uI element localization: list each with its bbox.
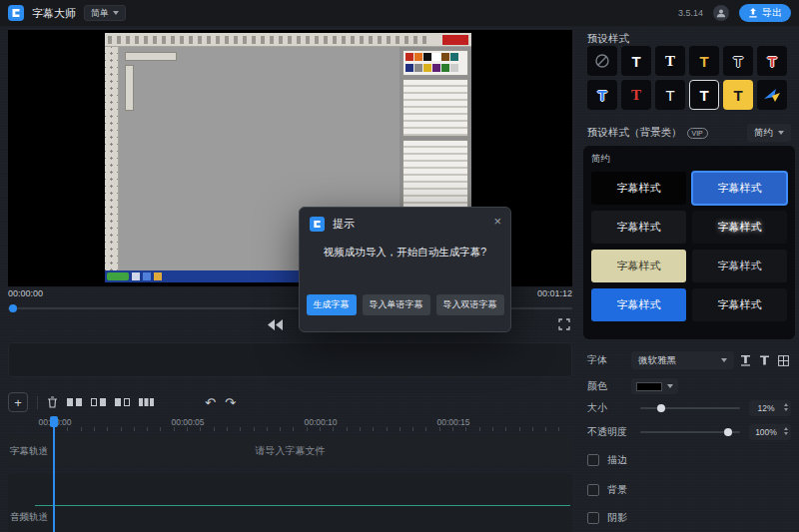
style-card[interactable]: 字幕样式 <box>591 288 686 321</box>
close-icon[interactable] <box>493 215 501 228</box>
presets-title: 预设样式 <box>587 32 629 46</box>
generate-subtitles-button[interactable]: 生成字幕 <box>307 294 357 315</box>
seek-handle[interactable] <box>9 304 17 312</box>
clip-batch-icon[interactable] <box>139 397 154 407</box>
style-card[interactable]: 字幕样式 <box>692 172 787 205</box>
text-t-underline-icon[interactable] <box>738 353 753 368</box>
style-section-title: 简约 <box>591 153 787 166</box>
preset-style[interactable]: T <box>655 80 685 110</box>
preset-grid: T T T T T T T T T T <box>587 46 787 110</box>
outline-checkbox-row[interactable]: 描边 <box>587 453 627 467</box>
preset-style[interactable]: T <box>587 80 617 110</box>
size-slider-knob[interactable] <box>657 404 665 412</box>
dialog-title: 提示 <box>333 217 355 232</box>
shadow-checkbox-row[interactable]: 阴影 <box>587 511 627 525</box>
clip-split-icon[interactable] <box>67 397 82 407</box>
color-dropdown[interactable] <box>631 378 678 394</box>
export-icon <box>748 8 758 18</box>
subtitle-preview-strip <box>8 342 572 377</box>
bg-presets-title: 预设样式（背景类） <box>587 126 682 140</box>
timeline-ruler[interactable]: 00:00:00 00:00:05 00:00:10 00:00:15 <box>8 416 572 432</box>
style-card-label: 字幕样式 <box>718 259 762 273</box>
vip-badge: VIP <box>687 128 708 139</box>
style-cards: 字幕样式 字幕样式 字幕样式 字幕样式 字幕样式 字幕样式 字幕样式 字幕样式 <box>591 172 787 321</box>
style-panel: 预设样式 T T T T T T T T T T 预设样式（背景类） VIP 简… <box>579 26 799 532</box>
background-checkbox[interactable] <box>587 484 599 496</box>
playhead[interactable] <box>53 416 55 532</box>
screenshot-start-button <box>107 272 129 280</box>
ruler-time-label: 00:00:15 <box>436 417 469 427</box>
style-card[interactable]: 字幕样式 <box>591 172 686 205</box>
import-dual-subtitles-button[interactable]: 导入双语字幕 <box>436 294 504 315</box>
app-title: 字幕大师 <box>32 6 76 21</box>
style-card-label: 字幕样式 <box>617 297 661 312</box>
tip-dialog: 提示 视频成功导入，开始自动生成字幕? 生成字幕 导入单语字幕 导入双语字幕 <box>299 207 511 332</box>
audio-track[interactable]: 音频轨道 <box>8 474 572 532</box>
style-card-label: 字幕样式 <box>617 220 661 235</box>
dialog-buttons: 生成字幕 导入单语字幕 导入双语字幕 <box>300 294 510 315</box>
preset-style[interactable]: T <box>689 80 719 110</box>
dialog-message: 视频成功导入，开始自动生成字幕? <box>300 246 510 260</box>
fullscreen-icon[interactable] <box>558 318 570 330</box>
preset-style[interactable]: T <box>621 80 651 110</box>
add-subtitle-button[interactable] <box>8 392 28 412</box>
mode-dropdown-label: 简单 <box>91 7 109 20</box>
topbar-right: 3.5.14 导出 <box>678 4 791 22</box>
timeline-toolbar <box>8 391 236 413</box>
screenshot-taskbar-icon <box>143 272 151 280</box>
preset-style[interactable]: T <box>621 46 651 76</box>
stepper-arrows-icon[interactable] <box>784 427 788 435</box>
style-card[interactable]: 字幕样式 <box>692 250 787 282</box>
mode-dropdown[interactable]: 简单 <box>84 5 126 21</box>
size-slider[interactable] <box>640 407 740 409</box>
current-time: 00:00:00 <box>8 288 43 298</box>
toolbar-divider <box>37 396 38 409</box>
style-card-label: 字幕样式 <box>718 181 762 196</box>
clip-merge-right-icon[interactable] <box>115 397 130 407</box>
background-checkbox-row[interactable]: 背景 <box>587 483 627 497</box>
subtitle-track[interactable]: 字幕轨道 请导入字幕文件 <box>8 435 572 466</box>
version-label: 3.5.14 <box>678 8 703 18</box>
size-value-stepper[interactable]: 12% <box>749 400 791 416</box>
preset-style[interactable]: T <box>723 80 753 110</box>
export-label: 导出 <box>762 6 782 20</box>
export-button[interactable]: 导出 <box>739 4 791 22</box>
subtitle-track-placeholder: 请导入字幕文件 <box>8 444 572 458</box>
opacity-slider[interactable] <box>640 431 740 433</box>
preset-custom[interactable] <box>757 80 787 110</box>
clip-merge-left-icon[interactable] <box>91 397 106 407</box>
redo-icon[interactable] <box>225 395 236 410</box>
preset-style[interactable]: T <box>689 46 719 76</box>
import-mono-subtitles-button[interactable]: 导入单语字幕 <box>363 294 430 315</box>
style-card[interactable]: 字幕样式 <box>591 250 686 282</box>
text-t-icon[interactable] <box>757 353 772 368</box>
color-row: 颜色 <box>587 377 791 395</box>
opacity-slider-knob[interactable] <box>724 428 732 436</box>
screenshot-float-palette <box>125 65 134 111</box>
topbar: 字幕大师 简单 3.5.14 导出 <box>0 0 799 26</box>
text-grid-icon[interactable] <box>776 353 791 368</box>
undo-icon[interactable] <box>205 395 216 410</box>
preset-none[interactable] <box>587 46 617 76</box>
playhead-handle[interactable] <box>50 416 58 427</box>
style-card[interactable]: 字幕样式 <box>692 288 787 321</box>
outline-checkbox[interactable] <box>587 454 599 466</box>
shadow-checkbox[interactable] <box>587 512 599 524</box>
style-card[interactable]: 字幕样式 <box>692 211 787 244</box>
preset-style[interactable]: T <box>723 46 753 76</box>
chevron-down-icon <box>721 358 727 362</box>
rewind-button[interactable] <box>268 319 283 330</box>
audio-track-label: 音频轨道 <box>10 511 48 524</box>
preset-style[interactable]: T <box>757 46 787 76</box>
style-card-label: 字幕样式 <box>718 297 762 312</box>
stepper-arrows-icon[interactable] <box>784 403 788 411</box>
dialog-logo-icon <box>310 217 325 232</box>
style-card[interactable]: 字幕样式 <box>591 211 686 244</box>
font-dropdown[interactable]: 微软雅黑 <box>631 351 734 369</box>
user-avatar-icon[interactable] <box>713 5 729 21</box>
category-dropdown[interactable]: 简约 <box>747 124 791 142</box>
trash-icon[interactable] <box>47 396 58 408</box>
font-row: 字体 微软雅黑 <box>587 351 791 369</box>
preset-style[interactable]: T <box>655 46 685 76</box>
opacity-value-stepper[interactable]: 100% <box>749 424 791 440</box>
